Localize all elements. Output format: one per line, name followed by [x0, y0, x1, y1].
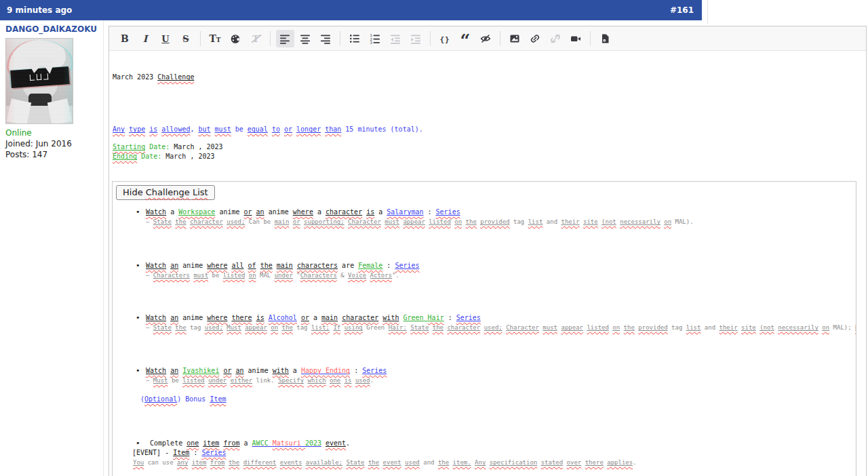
underline-icon: U: [161, 32, 169, 45]
sidebar-divider: [103, 20, 104, 476]
posts-count: Posts: 147: [5, 149, 100, 160]
attachment-icon: [599, 33, 610, 44]
toolbar-separator: [340, 31, 340, 46]
spoiler-icon: [480, 33, 491, 44]
challenge-list-box: Hide Challenge List Watch a Workspace an…: [112, 181, 856, 476]
bold-icon: B: [121, 32, 129, 45]
outdent-icon: [390, 33, 401, 44]
outdent-button: [387, 30, 405, 47]
avatar[interactable]: [5, 38, 73, 124]
author-panel: DANGO_DAlKAZOKU Online Joined: Jun 2016 …: [5, 24, 100, 160]
post-timestamp: 9 minutes ago: [7, 5, 72, 15]
spoiler-button[interactable]: [477, 30, 495, 47]
start-date-line: Starting Date: March , 2023: [109, 142, 866, 152]
unlink-button: [547, 30, 565, 47]
challenge-item-1: Watch a Workspace anime or an anime wher…: [113, 207, 856, 217]
challenge-item-5-line2: [EVENT] - Item : Series: [113, 448, 856, 458]
rules-line: Any type is allowed, but must be equal t…: [109, 125, 866, 134]
end-date-line: Ending Date: March , 2023: [109, 152, 866, 161]
strikethrough-icon: S: [182, 32, 189, 45]
bullet-list-icon: [349, 33, 360, 44]
post-editor: BIUSTTT123{}“ March 2023 Challenge Any t…: [108, 26, 867, 476]
challenge-item-3: Watch an anime where there is Alcohol or…: [113, 313, 856, 323]
font-size-button[interactable]: TT: [206, 30, 224, 47]
bullet-list-button[interactable]: [346, 30, 364, 47]
numbered-list-icon: 123: [370, 33, 380, 44]
font-size-icon: TT: [209, 32, 220, 45]
remove-format-icon: T: [252, 32, 259, 45]
avatar-jacket-right-art: [47, 98, 72, 124]
toolbar-separator: [430, 31, 431, 46]
video-icon: [570, 33, 581, 44]
post-cell-edge: [707, 0, 708, 24]
numbered-list-button[interactable]: 123: [366, 30, 384, 47]
editor-toolbar: BIUSTTT123{}“: [109, 26, 866, 51]
italic-icon: I: [143, 32, 148, 45]
remove-format-button: T: [247, 30, 265, 47]
bold-button[interactable]: B: [116, 30, 134, 47]
username-link[interactable]: DANGO_DAlKAZOKU: [5, 24, 100, 34]
toolbar-separator: [590, 31, 591, 46]
svg-text:3: 3: [370, 41, 373, 44]
align-right-icon: [320, 33, 331, 44]
hide-challenge-list-button[interactable]: Hide Challenge List: [116, 185, 215, 200]
challenge-item-4: Watch an Iyashikei or an anime with a Ha…: [113, 366, 856, 376]
joined-date: Joined: Jun 2016: [5, 138, 100, 149]
image-button[interactable]: [506, 30, 524, 47]
toolbar-separator: [200, 31, 201, 46]
title-line: March 2023 Challenge: [109, 73, 866, 82]
strikethrough-button[interactable]: S: [177, 30, 195, 47]
align-left-button[interactable]: [276, 30, 294, 47]
optional-bonus-line: (Optional) Bonus Item: [113, 395, 856, 404]
video-button[interactable]: [567, 30, 585, 47]
align-right-button[interactable]: [317, 30, 335, 47]
challenge-item-5: Complete one item from a AWCC Matsuri 20…: [113, 439, 856, 448]
quote-icon: “: [460, 32, 471, 45]
challenge-note-2: – Characters must be listed on MAL under…: [113, 271, 856, 280]
challenge-note-3: – State the tag used; Must appear on the…: [113, 323, 856, 332]
link-icon: [530, 33, 540, 44]
avatar-censor-bar: [10, 66, 70, 88]
unlink-icon: [550, 33, 561, 44]
align-left-icon: [279, 33, 290, 44]
challenge-note-4: – Must be listed under either link. Spec…: [113, 376, 856, 385]
online-status: Online: [5, 127, 100, 138]
underline-button[interactable]: U: [157, 30, 175, 47]
link-button[interactable]: [526, 30, 545, 47]
forum-post-page: 9 minutes ago #161 DANGO_DAlKAZOKU Onlin…: [0, 0, 868, 476]
post-header: 9 minutes ago #161: [0, 0, 702, 20]
quote-button[interactable]: “: [456, 30, 475, 47]
attachment-button[interactable]: [596, 30, 614, 47]
editor-content[interactable]: March 2023 Challenge Any type is allowed…: [109, 51, 866, 476]
code-button[interactable]: {}: [436, 30, 454, 47]
toolbar-separator: [270, 31, 271, 46]
text-color-button[interactable]: [226, 30, 245, 47]
indent-icon: [410, 33, 421, 44]
challenge-note-1: – State the character used; Can be main …: [113, 217, 856, 226]
text-color-icon: [230, 33, 241, 44]
italic-button[interactable]: I: [136, 30, 155, 47]
image-icon: [509, 33, 520, 44]
align-center-button[interactable]: [296, 30, 315, 47]
post-number-link[interactable]: #161: [670, 0, 694, 20]
code-icon: {}: [439, 32, 450, 45]
challenge-note-5: You can use any item from the different …: [113, 458, 856, 467]
challenge-item-2: Watch an anime where all of the main cha…: [113, 261, 856, 271]
toolbar-separator: [500, 31, 500, 46]
indent-button: [407, 30, 425, 47]
align-center-icon: [300, 33, 311, 44]
